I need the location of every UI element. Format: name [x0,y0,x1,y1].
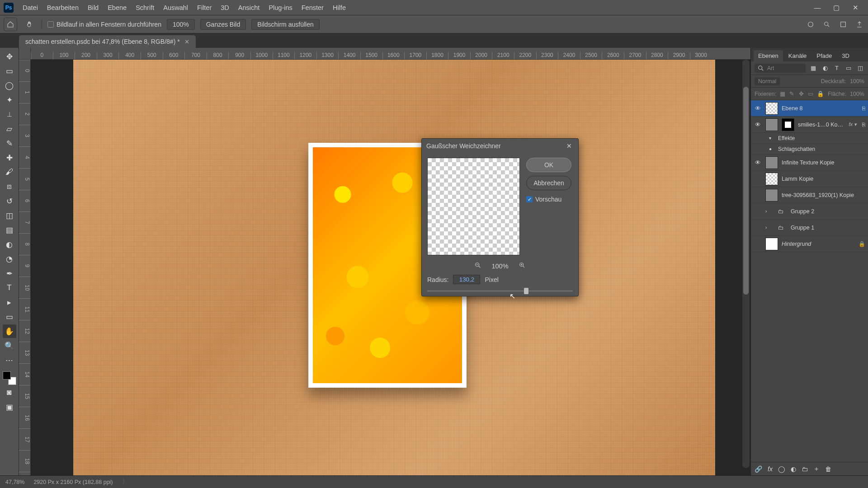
adjustment-layer-icon[interactable]: ◐ [791,465,796,473]
layer-row[interactable]: Lamm Kopie [751,171,868,187]
layer-row[interactable]: tree-3095683_1920(1) Kopie [751,187,868,203]
scroll-all-windows-checkbox[interactable]: Bildlauf in allen Fenstern durchführen [47,21,161,28]
ruler-horizontal[interactable]: 0100200300400500600700800900100011001200… [31,48,750,60]
blur-tool[interactable]: ◐ [3,238,16,251]
search-icon[interactable] [822,19,832,29]
stamp-tool[interactable]: ⧇ [3,180,16,193]
zoom-tool[interactable]: 🔍 [3,339,16,352]
menu-fenster[interactable]: Fenster [297,4,328,11]
brush-tool[interactable]: 🖌 [3,165,16,179]
menu-3d[interactable]: 3D [216,4,234,11]
eyedropper-tool[interactable]: ✎ [3,136,16,150]
window-maximize-button[interactable]: ▢ [827,2,845,14]
type-tool[interactable]: T [3,281,16,295]
hand-tool[interactable]: ✋ [3,324,16,338]
artboard-tool[interactable]: ▭ [3,64,16,78]
opacity-value[interactable]: 100% [850,78,864,84]
filter-image-icon[interactable]: ▦ [809,64,817,72]
dodge-tool[interactable]: ◔ [3,252,16,266]
menu-bearbeiten[interactable]: Bearbeiten [42,4,83,11]
lock-icon[interactable]: 🔒 [859,241,865,247]
share-icon[interactable] [854,19,864,29]
zoom-in-icon[interactable] [519,262,526,270]
layer-name[interactable]: Gruppe 1 [791,225,865,231]
layer-name[interactable]: tree-3095683_1920(1) Kopie [782,192,865,198]
dialog-close-button[interactable]: ✕ [565,141,574,150]
radius-input[interactable] [453,275,480,284]
layer-thumbnail[interactable] [765,238,778,250]
layer-effect-item[interactable]: ▾Effekte [751,133,868,144]
layer-name[interactable]: smilies-1…0 Kopie 2 [798,122,845,128]
layer-mask-icon[interactable]: ◯ [778,465,785,473]
filter-adjust-icon[interactable]: ◐ [821,64,829,72]
fill-value[interactable]: 100% [850,91,864,97]
layer-fx-icon[interactable]: fx [768,465,773,473]
hand-tool-icon[interactable] [23,18,36,31]
link-layers-icon[interactable]: 🔗 [755,465,762,473]
blend-mode-dropdown[interactable]: Normal [755,77,780,85]
delete-layer-icon[interactable]: 🗑 [825,465,831,473]
status-chevron-icon[interactable]: 〉 [122,478,128,486]
history-brush-tool[interactable]: ↺ [3,194,16,208]
menu-ebene[interactable]: Ebene [103,4,131,11]
layer-row[interactable]: 👁smilies-1…0 Kopie 2fx ▾⎘ [751,117,868,133]
preview-checkbox[interactable]: ✓Vorschau [526,196,571,203]
layer-thumbnail[interactable] [765,102,778,115]
layer-row[interactable]: 👁Ebene 8⎘ [751,100,868,117]
lock-trans-icon[interactable]: ▦ [780,90,786,98]
healing-tool[interactable]: ✚ [3,151,16,164]
window-close-button[interactable]: ✕ [846,2,864,14]
fit-whole-image-button[interactable]: Ganzes Bild [200,19,246,30]
layer-filter-dropdown[interactable]: Art [755,64,806,73]
radius-slider[interactable] [427,288,573,294]
filter-type-icon[interactable]: T [833,64,841,72]
filter-smart-icon[interactable]: ◫ [856,64,864,72]
dialog-preview[interactable] [427,158,520,255]
window-minimize-button[interactable]: — [808,2,826,14]
fill-screen-button[interactable]: Bildschirm ausfüllen [251,19,320,30]
status-zoom[interactable]: 47,78% [5,479,24,485]
fx-badge[interactable]: fx ▾ [849,122,857,127]
lock-nest-icon[interactable]: ▭ [807,90,813,98]
layer-name[interactable]: Lamm Kopie [782,176,865,182]
layer-row[interactable]: 👁Infinite Texture Kopie [751,155,868,171]
layer-thumbnail[interactable] [765,173,778,185]
zoom-100-button[interactable]: 100% [167,19,195,30]
menu-hilfe[interactable]: Hilfe [328,4,350,11]
lock-pos-icon[interactable]: ✥ [798,90,804,98]
tab-3d[interactable]: 3D [837,50,854,61]
layer-thumbnail[interactable] [765,156,778,169]
tab-pfade[interactable]: Pfade [812,50,836,61]
color-swatches[interactable] [3,371,16,385]
home-button[interactable] [4,18,17,31]
wand-tool[interactable]: ✦ [3,93,16,107]
path-select-tool[interactable]: ▸ [3,296,16,309]
move-tool[interactable]: ✥ [3,50,16,63]
crop-tool[interactable]: ⟂ [3,108,16,121]
ruler-vertical[interactable]: 01234567891011121314151617181920 [19,60,31,475]
tab-kanaele[interactable]: Kanäle [784,50,811,61]
menu-datei[interactable]: Datei [18,4,42,11]
visibility-toggle[interactable]: 👁 [754,105,762,112]
lock-all-icon[interactable]: 🔒 [817,90,824,98]
menu-filter[interactable]: Filter [193,4,216,11]
ruler-origin[interactable] [19,48,31,60]
zoom-out-icon[interactable] [474,262,481,270]
menu-bild[interactable]: Bild [83,4,103,11]
menu-plugins[interactable]: Plug-ins [264,4,297,11]
frame-tool[interactable]: ▱ [3,122,16,136]
menu-schrift[interactable]: Schrift [131,4,159,11]
document-tab-close-icon[interactable]: ✕ [184,38,189,45]
tab-ebenen[interactable]: Ebenen [754,50,783,61]
cloud-docs-icon[interactable] [806,19,816,29]
eraser-tool[interactable]: ◫ [3,209,16,222]
layer-row[interactable]: ›🗀Gruppe 2 [751,203,868,220]
quickmask-tool[interactable]: ◙ [3,386,16,399]
layer-row[interactable]: ›🗀Gruppe 1 [751,220,868,236]
menu-auswahl[interactable]: Auswahl [159,4,193,11]
document-tab[interactable]: schatten erstellen.psdc bei 47,8% (Ebene… [19,35,196,48]
layer-mask-thumbnail[interactable] [782,118,794,131]
visibility-toggle[interactable]: 👁 [754,122,762,128]
layer-effect-item[interactable]: ●Schlagschatten [751,144,868,155]
layer-name[interactable]: Hintergrund [782,241,855,247]
